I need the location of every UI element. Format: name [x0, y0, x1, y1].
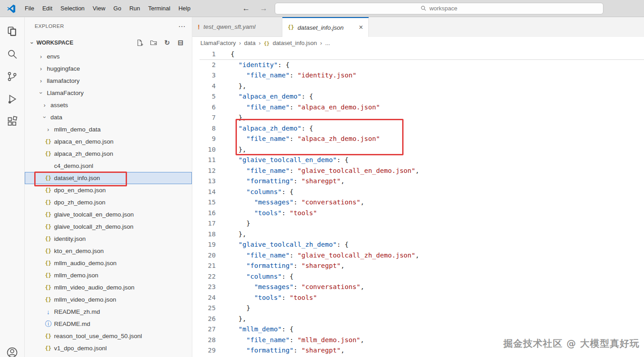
tree-item-dataset-info-json[interactable]: {}dataset_info.json: [25, 172, 192, 184]
tree-item-label: llamafactory: [47, 77, 80, 84]
code-line[interactable]: "identity": {: [231, 60, 419, 71]
code-line[interactable]: "messages": "conversations",: [231, 197, 419, 208]
breadcrumb-item[interactable]: dataset_info.json: [272, 40, 317, 46]
tree-item-envs[interactable]: ›envs: [25, 50, 192, 63]
tree-item-alpaca-en-demo-json[interactable]: {}alpaca_en_demo.json: [25, 136, 192, 148]
code-line[interactable]: "formatting": "sharegpt",: [231, 176, 419, 187]
code-line[interactable]: "file_name": "mllm_demo.json",: [231, 335, 419, 346]
tree-item-data[interactable]: ›data: [25, 111, 192, 123]
breadcrumb-item[interactable]: data: [244, 40, 255, 46]
extensions-icon[interactable]: [2, 112, 23, 131]
code-line[interactable]: },: [231, 113, 419, 123]
refresh-icon[interactable]: ↻: [163, 39, 171, 47]
code-line[interactable]: "columns": {: [231, 187, 419, 198]
tree-item-readme-md[interactable]: ⓘREADME.md: [25, 318, 192, 330]
breadcrumb-item[interactable]: LlamaFactory: [200, 40, 236, 46]
more-actions-icon[interactable]: ⋯: [178, 22, 186, 31]
menu-file[interactable]: File: [21, 3, 38, 14]
code-line[interactable]: "formatting": "sharegpt",: [231, 261, 419, 271]
nav-arrows: ← →: [242, 4, 275, 13]
tree-item-llamafactory[interactable]: ›llamafactory: [25, 75, 192, 87]
code-line[interactable]: "file_name": "glaive_toolcall_zh_demo.js…: [231, 250, 419, 261]
menu-terminal[interactable]: Terminal: [144, 3, 174, 14]
code-line[interactable]: },: [231, 81, 419, 92]
tree-item-mllm-demo-data[interactable]: ›mllm_demo_data: [25, 123, 192, 136]
tree-item-v1-dpo-demo-jsonl[interactable]: {}v1_dpo_demo.jsonl: [25, 342, 192, 354]
close-icon[interactable]: ×: [359, 23, 363, 32]
code-line[interactable]: "file_name": "alpaca_zh_demo.json": [231, 134, 419, 145]
collapse-all-icon[interactable]: ⊟: [177, 39, 185, 47]
tree-item-dpo-zh-demo-json[interactable]: {}dpo_zh_demo.json: [25, 196, 192, 208]
chevron-right-icon: ›: [259, 40, 260, 46]
menu-help[interactable]: Help: [174, 3, 195, 14]
code-line[interactable]: },: [231, 229, 419, 240]
tree-item-identity-json[interactable]: {}identity.json: [25, 233, 192, 245]
menu-selection[interactable]: Selection: [56, 3, 88, 14]
tree-item-glaive-toolcall-en-demo-json[interactable]: {}glaive_toolcall_en_demo.json: [25, 208, 192, 221]
back-arrow-icon[interactable]: ←: [242, 4, 250, 13]
tree-item-huggingface[interactable]: ›huggingface: [25, 63, 192, 75]
line-number: 14: [192, 187, 216, 198]
code-line[interactable]: "alpaca_zh_demo": {: [231, 123, 419, 134]
menu-run[interactable]: Run: [125, 3, 144, 14]
tab-bar: ! test_qwen_sft.yaml {} dataset_info.jso…: [192, 17, 644, 37]
tab-test-qwen-sft-yaml[interactable]: ! test_qwen_sft.yaml: [192, 17, 282, 37]
menu-edit[interactable]: Edit: [38, 3, 56, 14]
code-line[interactable]: "columns": {: [231, 271, 419, 282]
code-line[interactable]: "glaive_toolcall_en_demo": {: [231, 155, 419, 166]
forward-arrow-icon[interactable]: →: [260, 4, 268, 13]
menu-view[interactable]: View: [89, 3, 109, 14]
code-line[interactable]: "glaive_toolcall_zh_demo": {: [231, 240, 419, 250]
new-file-icon[interactable]: [136, 39, 144, 47]
tree-item-mllm-demo-json[interactable]: {}mllm_demo.json: [25, 269, 192, 281]
code-line[interactable]: }: [231, 218, 419, 229]
line-number: 18: [192, 229, 216, 240]
tree-item-readme-zh-md[interactable]: ↓README_zh.md: [25, 306, 192, 318]
tree-item-alpaca-zh-demo-json[interactable]: {}alpaca_zh_demo.json: [25, 148, 192, 160]
tree-item-assets[interactable]: ›assets: [25, 99, 192, 111]
tree-item-kto-en-demo-json[interactable]: {}kto_en_demo.json: [25, 245, 192, 257]
source-control-icon[interactable]: [2, 67, 23, 86]
code-line[interactable]: "messages": "conversations",: [231, 282, 419, 293]
code-line[interactable]: "formatting": "sharegpt",: [231, 345, 419, 356]
vscode-logo-icon: [6, 4, 16, 14]
tree-item-mllm-video-demo-json[interactable]: {}mllm_video_demo.json: [25, 294, 192, 306]
code-line[interactable]: {: [231, 49, 419, 60]
explorer-icon[interactable]: [2, 22, 23, 41]
tree-item-glaive-toolcall-zh-demo-json[interactable]: {}glaive_toolcall_zh_demo.json: [25, 221, 192, 233]
tree-item-mllm-audio-demo-json[interactable]: {}mllm_audio_demo.json: [25, 257, 192, 269]
code-line[interactable]: "file_name": "alpaca_en_demo.json": [231, 102, 419, 113]
tree-item-c4-demo-jsonl[interactable]: c4_demo.jsonl: [25, 160, 192, 172]
new-folder-icon[interactable]: [150, 39, 158, 47]
code-line[interactable]: "alpaca_en_demo": {: [231, 91, 419, 102]
workspace-section-header[interactable]: › WORKSPACE ↻ ⊟: [25, 35, 192, 50]
account-icon[interactable]: [2, 343, 23, 357]
breadcrumb-item[interactable]: ...: [325, 40, 330, 46]
code-line[interactable]: "file_name": "glaive_toolcall_en_demo.js…: [231, 166, 419, 176]
run-debug-icon[interactable]: [2, 89, 23, 109]
chevron-right-icon: ›: [44, 126, 53, 133]
code-line[interactable]: },: [231, 145, 419, 155]
json-file-icon: {}: [288, 24, 294, 31]
code-line[interactable]: "mllm_demo": {: [231, 324, 419, 335]
tree-item-llamafactory[interactable]: ›LlamaFactory: [25, 87, 192, 99]
code-editor[interactable]: 1234567891011121314151617181920212223242…: [192, 49, 644, 357]
menu-go[interactable]: Go: [109, 3, 125, 14]
json-icon: {}: [44, 187, 53, 194]
line-number: 27: [192, 324, 216, 335]
tree-item-mllm-video-audio-demo-json[interactable]: {}mllm_video_audio_demo.json: [25, 281, 192, 294]
json-icon: {}: [44, 199, 53, 206]
search-icon[interactable]: [2, 44, 23, 64]
tree-item-dpo-en-demo-json[interactable]: {}dpo_en_demo.json: [25, 184, 192, 196]
code-line[interactable]: "tools": "tools": [231, 293, 419, 303]
code-line[interactable]: "tools": "tools": [231, 208, 419, 219]
code-lines: { "identity": { "file_name": "identity.j…: [216, 49, 419, 357]
code-line[interactable]: "file_name": "identity.json": [231, 70, 419, 81]
tree-item-reason-tool-use-demo-50-jsonl[interactable]: {}reason_tool_use_demo_50.jsonl: [25, 330, 192, 342]
json-icon: {}: [44, 260, 53, 267]
activity-bar: [0, 17, 25, 357]
code-line[interactable]: }: [231, 303, 419, 314]
code-line[interactable]: },: [231, 314, 419, 325]
tab-dataset-info-json[interactable]: {} dataset_info.json ×: [282, 17, 369, 37]
command-center-search[interactable]: workspace: [275, 3, 603, 14]
